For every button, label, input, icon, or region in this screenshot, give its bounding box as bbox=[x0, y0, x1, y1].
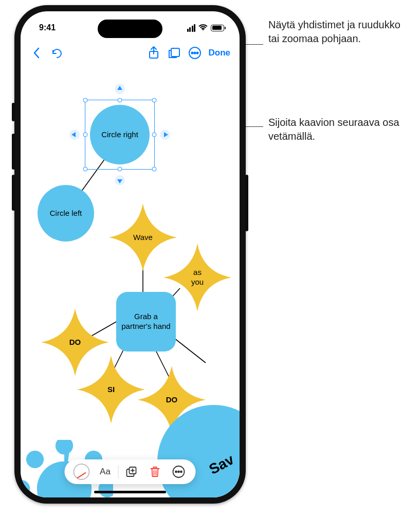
back-button[interactable] bbox=[28, 44, 45, 62]
callout-drag-next: Sijoita kaavion seuraava osa vetämällä. bbox=[268, 116, 407, 143]
context-more-button[interactable] bbox=[168, 462, 190, 482]
more-button[interactable] bbox=[186, 44, 204, 62]
divider bbox=[118, 465, 119, 478]
node-circle-right[interactable]: Circle right bbox=[90, 105, 150, 164]
cellular-icon bbox=[187, 24, 196, 32]
node-label: SI bbox=[107, 385, 115, 395]
node-label: Wave bbox=[133, 233, 153, 243]
node-label: DO bbox=[166, 395, 178, 405]
share-button[interactable] bbox=[145, 44, 162, 62]
app-toolbar: Done bbox=[21, 41, 240, 65]
svg-point-15 bbox=[56, 440, 73, 455]
shape-context-toolbar: Aa bbox=[65, 459, 196, 484]
svg-point-3 bbox=[191, 52, 193, 53]
drag-arrow-down[interactable] bbox=[114, 175, 125, 186]
node-si[interactable]: SI bbox=[77, 356, 145, 423]
text-style-label: Aa bbox=[100, 467, 111, 477]
volume-up-button bbox=[12, 134, 15, 170]
node-label: Circle left bbox=[50, 209, 82, 218]
svg-point-26 bbox=[178, 471, 179, 473]
node-label: as you bbox=[187, 268, 208, 287]
node-label: Circle right bbox=[101, 130, 138, 140]
view-options-button[interactable] bbox=[166, 44, 183, 62]
diagram-canvas[interactable]: Circle right Circle left Wave as you bbox=[21, 65, 240, 497]
silent-switch bbox=[12, 103, 15, 121]
svg-point-4 bbox=[194, 52, 195, 53]
wifi-icon bbox=[198, 24, 208, 31]
fill-color-button[interactable] bbox=[71, 462, 93, 482]
svg-point-25 bbox=[175, 471, 177, 473]
node-circle-left[interactable]: Circle left bbox=[38, 185, 94, 242]
node-grab-partner[interactable]: Grab a partner's hand bbox=[116, 292, 176, 351]
undo-button[interactable] bbox=[48, 44, 66, 62]
done-button[interactable]: Done bbox=[207, 48, 233, 58]
iphone-frame: 9:41 bbox=[14, 5, 246, 504]
dynamic-island bbox=[98, 20, 162, 38]
side-button bbox=[245, 175, 248, 231]
text-style-button[interactable]: Aa bbox=[95, 462, 116, 482]
drag-arrow-left[interactable] bbox=[69, 129, 80, 140]
svg-point-27 bbox=[180, 471, 182, 473]
svg-point-5 bbox=[196, 52, 198, 53]
svg-point-17 bbox=[21, 480, 30, 497]
svg-rect-1 bbox=[171, 48, 179, 57]
drag-arrow-right[interactable] bbox=[159, 129, 171, 140]
battery-icon bbox=[211, 25, 224, 31]
no-fill-swatch-icon bbox=[74, 464, 90, 480]
duplicate-button[interactable] bbox=[121, 462, 142, 482]
status-time: 9:41 bbox=[39, 23, 56, 32]
volume-down-button bbox=[12, 175, 15, 211]
svg-point-19 bbox=[26, 451, 44, 468]
delete-button[interactable] bbox=[144, 462, 166, 482]
drag-arrow-up[interactable] bbox=[114, 83, 125, 95]
node-label: Grab a partner's hand bbox=[121, 312, 171, 331]
home-indicator bbox=[94, 491, 166, 493]
node-label: DO bbox=[69, 338, 81, 347]
callout-view-options: Näytä yhdistimet ja ruudukko tai zoomaa … bbox=[268, 18, 407, 46]
